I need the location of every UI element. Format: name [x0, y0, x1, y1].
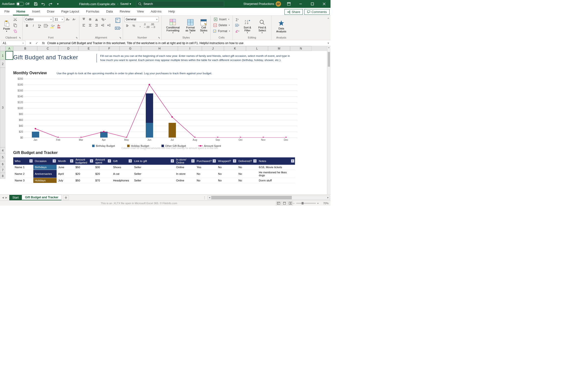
table-header[interactable]: Wrapped?▼: [217, 158, 237, 165]
filter-icon[interactable]: ▼: [253, 159, 257, 162]
col-header-J[interactable]: J: [202, 46, 224, 51]
add-sheet-button[interactable]: ⊕: [63, 195, 69, 200]
col-header-A[interactable]: A: [5, 46, 13, 51]
paste-button[interactable]: Paste▾: [1, 17, 12, 36]
legend-item[interactable]: Amount Spent: [198, 144, 221, 147]
col-header-N[interactable]: N: [290, 46, 312, 51]
filter-icon[interactable]: ▼: [291, 159, 294, 162]
table-header[interactable]: Occasion▼: [33, 158, 57, 165]
user-account[interactable]: Sharpened Productions SP: [242, 1, 283, 6]
table-header[interactable]: Delivered?▼: [237, 158, 257, 165]
comma-format-icon[interactable]: ,: [137, 23, 143, 28]
find-select-button[interactable]: Find & Select▾: [255, 17, 270, 36]
fill-icon[interactable]: ▾: [234, 22, 240, 28]
cell-styles-button[interactable]: Cell Styles▾: [198, 17, 209, 36]
number-format-combo[interactable]: General▾: [124, 17, 159, 22]
font-size-combo[interactable]: 11▾: [53, 17, 64, 22]
sheet-tab-start[interactable]: Start: [9, 195, 22, 200]
increase-indent-icon[interactable]: [106, 22, 112, 28]
cut-icon[interactable]: [12, 17, 18, 22]
percent-format-icon[interactable]: %: [131, 23, 137, 28]
row-header-4[interactable]: 4: [0, 147, 5, 153]
align-middle-icon[interactable]: [87, 17, 93, 22]
table-row[interactable]: Name 1BirthdaysJune$50$30ShoesSellerOnli…: [13, 165, 295, 170]
format-painter-icon[interactable]: [12, 28, 18, 34]
increase-font-icon[interactable]: A▴: [65, 17, 70, 22]
sheet-nav-prev-icon[interactable]: ◄: [1, 196, 4, 199]
filter-icon[interactable]: ▼: [129, 159, 132, 162]
table-header[interactable]: Amount spent▼: [94, 158, 112, 165]
decrease-indent-icon[interactable]: [100, 22, 106, 28]
ribbon-display-icon[interactable]: [284, 0, 294, 8]
qat-customize-icon[interactable]: ▾: [54, 0, 61, 7]
save-status[interactable]: Saved ▾: [120, 2, 131, 6]
dialog-launcher-icon[interactable]: ⬊: [76, 36, 78, 39]
spreadsheet-grid[interactable]: ABCDEFGHIJKLMN 12345678 ▴ Gift Budget an…: [0, 46, 330, 194]
col-header-E[interactable]: E: [78, 46, 99, 51]
align-top-icon[interactable]: [81, 17, 87, 22]
sheet-nav-next-icon[interactable]: ►: [5, 196, 8, 199]
insert-cells-button[interactable]: Insert ▾: [212, 17, 231, 22]
align-center-icon[interactable]: [87, 22, 93, 28]
tab-help[interactable]: Help: [165, 8, 178, 16]
row-header-5[interactable]: 5: [0, 153, 5, 161]
col-header-F[interactable]: F: [99, 46, 120, 51]
normal-view-icon[interactable]: [276, 201, 281, 206]
legend-item[interactable]: Other Gift Budget: [161, 144, 186, 147]
zoom-out-button[interactable]: −: [293, 202, 294, 205]
formula-input[interactable]: Create a personal Gift Budget and Tracke…: [46, 42, 326, 45]
budget-table[interactable]: Who▼Occasion▼Month▼Amount budgeted▼Amoun…: [13, 158, 295, 183]
filter-icon[interactable]: ▼: [233, 159, 236, 162]
filter-icon[interactable]: ▼: [213, 159, 216, 162]
table-header[interactable]: Amount budgeted▼: [74, 158, 94, 165]
row-header-3[interactable]: 3: [0, 68, 5, 147]
tab-insert[interactable]: Insert: [29, 8, 44, 16]
col-header-C[interactable]: C: [37, 46, 58, 51]
col-header-K[interactable]: K: [224, 46, 246, 51]
tab-review[interactable]: Review: [116, 8, 134, 16]
vertical-scrollbar[interactable]: ▴: [327, 46, 330, 194]
tab-view[interactable]: View: [134, 8, 147, 16]
copy-icon[interactable]: [12, 22, 18, 28]
align-bottom-icon[interactable]: [94, 17, 99, 22]
data-analysis-button[interactable]: Data Analysis: [273, 17, 290, 36]
dialog-launcher-icon[interactable]: ⬊: [119, 36, 121, 39]
minimize-icon[interactable]: [295, 0, 306, 8]
col-header-L[interactable]: L: [246, 46, 268, 51]
merge-center-icon[interactable]: ▾: [114, 24, 121, 32]
filter-icon[interactable]: ▼: [171, 159, 174, 162]
collapse-ribbon-icon[interactable]: ^: [326, 16, 330, 40]
col-header-I[interactable]: I: [178, 46, 202, 51]
row-header-2[interactable]: 2: [0, 60, 5, 68]
zoom-slider[interactable]: [296, 203, 316, 204]
table-header[interactable]: Purchased?▼: [195, 158, 217, 165]
share-button[interactable]: Share: [285, 9, 303, 15]
sheet-tab-splitter[interactable]: ⋮: [202, 196, 208, 199]
autosum-icon[interactable]: ∑▾: [234, 17, 240, 22]
page-break-view-icon[interactable]: [288, 201, 293, 206]
col-header-H[interactable]: H: [141, 46, 178, 51]
search-input[interactable]: Search: [136, 1, 224, 7]
redo-icon[interactable]: [47, 0, 54, 7]
increase-decimal-icon[interactable]: .0←.00: [144, 23, 149, 28]
font-color-icon[interactable]: A▾: [56, 23, 62, 28]
zoom-in-button[interactable]: +: [317, 202, 319, 205]
save-icon[interactable]: [32, 0, 39, 7]
filter-icon[interactable]: ▼: [90, 159, 93, 162]
row-header-8[interactable]: 8: [0, 173, 5, 179]
zoom-level[interactable]: 70%: [320, 202, 328, 205]
bar-segment[interactable]: [146, 123, 153, 138]
col-header-G[interactable]: G: [120, 46, 141, 51]
maximize-icon[interactable]: [307, 0, 318, 8]
row-header-7[interactable]: 7: [0, 167, 5, 173]
table-header[interactable]: Who▼: [13, 158, 33, 165]
wrap-text-icon[interactable]: abc: [114, 17, 121, 24]
bar-segment[interactable]: [169, 123, 176, 138]
dialog-launcher-icon[interactable]: ⬊: [158, 36, 160, 39]
table-row[interactable]: Name 2AnniversariesApril$20$20A catSelle…: [13, 170, 295, 178]
cancel-formula-icon[interactable]: ✕: [27, 40, 33, 46]
monthly-overview-chart[interactable]: $0$20$40$60$80$100$120$140$160$180$200Ja…: [16, 79, 297, 147]
expand-formula-bar-icon[interactable]: ▾: [326, 42, 330, 45]
col-header-B[interactable]: B: [13, 46, 37, 51]
tab-formulas[interactable]: Formulas: [83, 8, 103, 16]
